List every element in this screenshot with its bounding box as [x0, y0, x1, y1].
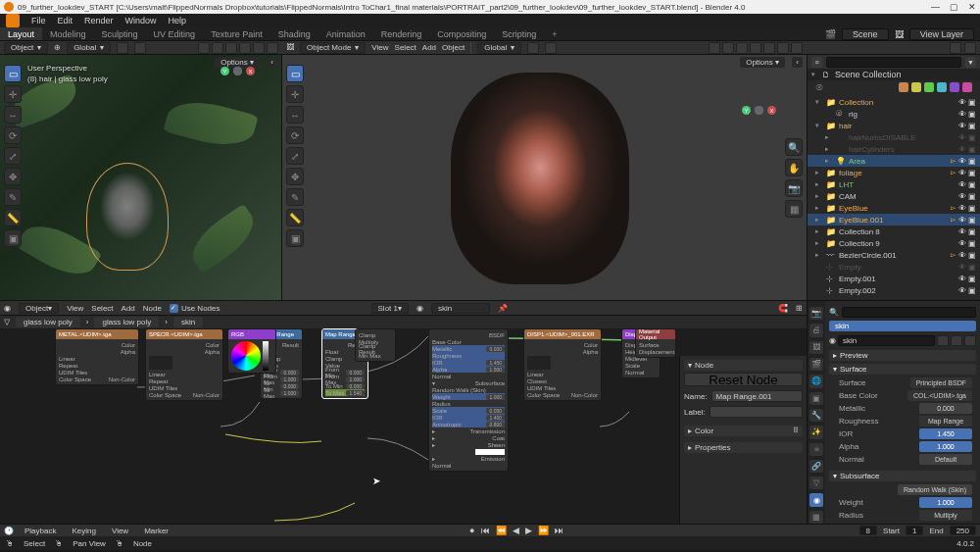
node-tex-metal[interactable]: METAL.<UDIM>.tga Color Alpha Linear Repe…: [55, 328, 139, 385]
colortag-6[interactable]: [962, 82, 972, 92]
nh-node[interactable]: Node: [143, 304, 162, 313]
jump-end-icon[interactable]: ⏭: [553, 526, 565, 535]
roughness-link[interactable]: Map Range: [919, 416, 972, 427]
tl-keying[interactable]: Keying: [67, 527, 100, 535]
outliner-row[interactable]: ⊹Empty👁▣: [808, 261, 980, 273]
outliner-row[interactable]: ▸📁LHT👁▣: [808, 178, 980, 190]
outliner-row[interactable]: ⦾rig👁▣: [808, 108, 980, 120]
node-principled-bsdf[interactable]: BSDF Base Color Metallic0.000 Roughness …: [428, 328, 509, 472]
outliner-row[interactable]: ▸📁CAM👁▣: [808, 190, 980, 202]
node-clamp[interactable]: Clamp Multiply Clamp Result Min Max: [355, 328, 396, 362]
ptab-material[interactable]: ◉: [809, 493, 823, 506]
material-unlink-btn[interactable]: [964, 335, 976, 346]
alpha-field[interactable]: 1.000: [919, 441, 972, 452]
nav-gizmo[interactable]: Z X Y: [220, 67, 256, 102]
viewlayer-field[interactable]: View Layer: [909, 28, 974, 40]
viewport-3d-left[interactable]: Options ▾ ‹ User Perspective(8) hair | g…: [0, 55, 282, 300]
tool2-select-box[interactable]: ▭: [286, 65, 304, 82]
ptab-particle[interactable]: ✨: [809, 426, 823, 438]
outliner-type-icon[interactable]: ≡: [811, 57, 822, 68]
subsurface-panel[interactable]: ▾ Subsurface: [829, 471, 976, 481]
outliner-row[interactable]: ▸hairCylinders👁▣: [808, 143, 980, 155]
vp-menu-view[interactable]: View: [371, 43, 388, 52]
tool2-scale[interactable]: ⤢: [286, 147, 304, 165]
color-wheel[interactable]: [231, 341, 261, 371]
tool-measure[interactable]: 📏: [4, 209, 22, 226]
tool2-addcube[interactable]: ▣: [286, 229, 304, 247]
proportional2-icon[interactable]: [545, 42, 557, 54]
metallic-field[interactable]: 0.000: [919, 403, 972, 414]
tool-addcube[interactable]: ▣: [4, 229, 22, 247]
gizmo-icon[interactable]: [709, 42, 720, 54]
ptab-texture[interactable]: ▦: [809, 511, 823, 524]
colortag-5[interactable]: [950, 82, 959, 92]
shading-wire-icon[interactable]: [225, 42, 237, 54]
ptab-world[interactable]: 🌐: [809, 375, 823, 387]
overlay-node-icon[interactable]: ⊞: [796, 304, 803, 313]
end-frame[interactable]: 250: [950, 526, 976, 535]
tab-rendering[interactable]: Rendering: [373, 27, 430, 40]
use-nodes-checkbox[interactable]: ✓Use Nodes: [170, 304, 220, 313]
ptab-output[interactable]: 🖨: [809, 324, 823, 336]
viewport-3d-right[interactable]: Options ▾ ‹ ▭ ✛ ↔ ⟳ ⤢ ✥ ✎ 📏 ▣ Z X Y 🔍 ✋ …: [282, 55, 807, 300]
tool2-measure[interactable]: 📏: [286, 209, 304, 226]
tab-sculpting[interactable]: Sculpting: [94, 27, 146, 40]
shading2-rendered-icon[interactable]: [791, 42, 803, 54]
tab-texturepaint[interactable]: Texture Paint: [203, 27, 270, 40]
tab-animation[interactable]: Animation: [318, 27, 373, 40]
tab-scripting[interactable]: Scripting: [494, 27, 544, 40]
node-type-dropdown[interactable]: Object ▾: [19, 303, 59, 314]
colortag-3[interactable]: [924, 82, 934, 92]
shading2-solid-icon[interactable]: [763, 42, 775, 54]
vp-menu-object[interactable]: Object: [442, 43, 465, 52]
close-icon[interactable]: ✕: [968, 2, 976, 12]
nav-zoom-icon[interactable]: 🔍: [785, 138, 803, 156]
outliner-search[interactable]: [826, 57, 961, 68]
tool2-rotate[interactable]: ⟳: [286, 126, 304, 144]
np-label-field[interactable]: [710, 406, 803, 418]
tab-shading[interactable]: Shading: [270, 27, 318, 40]
tool-cursor[interactable]: ✛: [4, 85, 22, 103]
ptab-render[interactable]: 📷: [809, 307, 823, 320]
nh-select[interactable]: Select: [91, 304, 113, 313]
outliner-filter-funnel-icon[interactable]: ▼: [965, 57, 976, 68]
nav-persp-icon[interactable]: ▦: [785, 200, 803, 218]
normal-field[interactable]: Default: [919, 454, 972, 465]
editor-type-icon[interactable]: 🖼: [286, 43, 294, 52]
material-name-field[interactable]: skin: [838, 335, 935, 346]
tab-compositing[interactable]: Compositing: [429, 27, 494, 40]
shading2-matprev-icon[interactable]: [777, 42, 789, 54]
colortag-1[interactable]: [899, 82, 908, 92]
tool2-move[interactable]: ↔: [286, 106, 304, 124]
outliner-row[interactable]: ▸📁Collection 8👁▣: [808, 226, 980, 237]
timeline-type-icon[interactable]: 🕐: [4, 527, 14, 535]
tab-uvediting[interactable]: UV Editing: [146, 27, 204, 40]
vp-menu-select[interactable]: Select: [395, 43, 416, 52]
menu-edit[interactable]: Edit: [58, 16, 74, 25]
orientation-icon[interactable]: ⊕: [54, 43, 61, 52]
sss-type[interactable]: Random Walk (Skin): [898, 484, 972, 495]
snap2-icon[interactable]: [527, 42, 539, 54]
nav-gizmo2[interactable]: Z X Y: [742, 106, 777, 141]
minimize-icon[interactable]: —: [931, 2, 940, 12]
menu-window[interactable]: Window: [125, 16, 157, 25]
outliner-row[interactable]: ⊹Empty.001👁▣: [808, 273, 980, 284]
crumb-object[interactable]: glass low poly: [16, 317, 80, 327]
tool-rotate[interactable]: ⟳: [4, 126, 22, 144]
value-slider[interactable]: [263, 341, 269, 371]
outliner-row[interactable]: ▸💡Area▻👁▣: [808, 155, 980, 167]
ptab-viewlayer[interactable]: 🖼: [809, 341, 823, 354]
tab-modeling[interactable]: Modeling: [42, 27, 94, 40]
pin-icon[interactable]: 📌: [498, 304, 508, 313]
ptab-constraint[interactable]: 🔗: [809, 460, 823, 473]
tab-add[interactable]: +: [544, 27, 564, 40]
tl-marker[interactable]: Marker: [139, 527, 173, 535]
prev-key-icon[interactable]: ⏪: [494, 526, 509, 535]
np-name-field[interactable]: Map Range.001: [711, 390, 803, 402]
xray2-icon[interactable]: [736, 42, 748, 54]
outliner-row[interactable]: ▸📁EyeBlue▻👁▣: [808, 202, 980, 214]
overlay2-icon[interactable]: [722, 42, 734, 54]
node-canvas[interactable]: UDIM TilesColor SpaceNon-Color METAL.<UD…: [0, 328, 807, 524]
shading-matprev-icon[interactable]: [253, 42, 265, 54]
tool2-transform[interactable]: ✥: [286, 168, 304, 185]
